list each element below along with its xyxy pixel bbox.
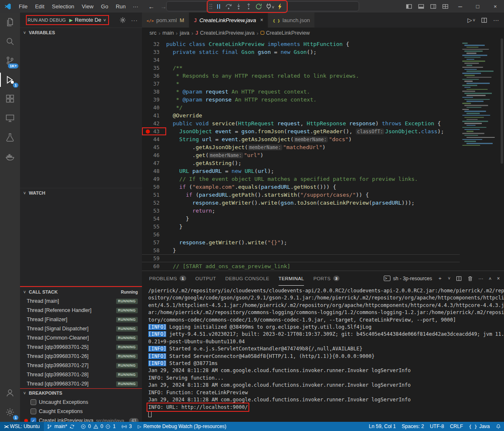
maximize-icon[interactable]: □ <box>469 0 486 13</box>
launch-config-picker[interactable]: ▶ Remote De ˅ <box>69 17 106 23</box>
breakpoint-checkbox[interactable] <box>30 399 36 405</box>
terminal-output[interactable]: /pierrick/.m2/repository/io/cloudevents/… <box>142 286 504 422</box>
panel-tab-output[interactable]: OUTPUT <box>195 271 216 286</box>
customize-layout-icon[interactable] <box>439 0 451 13</box>
call-stack-thread[interactable]: Thread [Reference Handler]RUNNING <box>20 306 142 315</box>
disconnect-chevron-icon[interactable]: ˅ <box>272 5 274 10</box>
nav-back-icon[interactable]: ← <box>148 3 154 10</box>
toggle-sidebar-icon[interactable] <box>403 0 415 13</box>
call-stack-thread[interactable]: Thread [qtp399683701-27]RUNNING <box>20 361 142 370</box>
call-stack-thread[interactable]: Thread [Finalizer]RUNNING <box>20 315 142 324</box>
kill-terminal-icon[interactable] <box>467 276 473 281</box>
call-stack-thread[interactable]: Thread [Common-Cleaner]RUNNING <box>20 333 142 342</box>
line-number-gutter[interactable]: 56 <box>142 231 166 238</box>
encoding-indicator[interactable]: UTF-8 <box>427 422 447 431</box>
line-number-gutter[interactable]: 48 <box>142 167 166 175</box>
call-stack-thread[interactable]: Thread [qtp399683701-29]RUNNING <box>20 379 142 388</box>
menu-run[interactable]: Run <box>112 0 129 13</box>
activity-source-control[interactable]: 1K+ <box>0 51 20 70</box>
line-number-gutter[interactable]: 42 <box>142 119 166 127</box>
eol-indicator[interactable]: CRLF <box>447 422 466 431</box>
panel-tab-problems[interactable]: PROBLEMS1 <box>149 271 186 286</box>
code-lines[interactable]: 32public class CreateLinkPreview impleme… <box>142 38 460 271</box>
breakpoint-checkbox[interactable]: ✓ <box>30 418 36 422</box>
activity-run-and-debug[interactable]: 1 <box>0 70 20 89</box>
menu-selection[interactable]: Selection <box>48 0 78 13</box>
ports-indicator[interactable]: 3 <box>119 422 135 431</box>
line-number-gutter[interactable]: 41 <box>142 112 166 119</box>
minimap[interactable] <box>460 38 500 271</box>
breakpoint-icon[interactable] <box>146 129 150 134</box>
cursor-position[interactable]: Ln 59, Col 1 <box>366 422 399 431</box>
line-number-gutter[interactable]: 58 <box>142 246 166 254</box>
task-indicator[interactable]: ▷ Remote Debug Watch (3p-resources) <box>135 422 229 431</box>
variables-section-header[interactable]: ˅ VARIABLES <box>20 28 142 37</box>
call-stack-thread[interactable]: Thread [qtp399683701-28]RUNNING <box>20 370 142 379</box>
split-terminal-icon[interactable] <box>456 276 462 281</box>
tab-launch-json[interactable]: { }launch.json <box>268 13 315 28</box>
line-number-gutter[interactable]: 33 <box>142 48 166 56</box>
toggle-secondary-sidebar-icon[interactable] <box>427 0 439 13</box>
terminal-selector[interactable]: >_ sh - 3p-resources <box>384 276 432 281</box>
call-stack-thread[interactable]: Thread [qtp399683701-25]RUNNING <box>20 342 142 352</box>
line-number-gutter[interactable]: 52 <box>142 199 166 207</box>
step-over-icon[interactable] <box>223 2 233 12</box>
line-number-gutter[interactable]: 55 <box>142 223 166 231</box>
breadcrumb-item[interactable]: CreateLinkPreview <box>261 30 310 36</box>
line-number-gutter[interactable]: 36 <box>142 72 166 80</box>
notifications-bell[interactable] <box>493 422 504 431</box>
hot-code-replace-icon[interactable] <box>275 2 285 12</box>
close-window-icon[interactable]: × <box>486 0 504 13</box>
panel-tab-debug-console[interactable]: DEBUG CONSOLE <box>225 271 269 286</box>
breakpoint-item[interactable]: Caught Exceptions <box>20 407 142 416</box>
step-out-icon[interactable] <box>243 2 253 12</box>
new-terminal-icon[interactable]: ＋ <box>438 275 443 282</box>
tab-createlinkpreview-java[interactable]: JCreateLinkPreview.java× <box>189 13 268 28</box>
breakpoint-item[interactable]: Uncaught Exceptions <box>20 398 142 407</box>
breadcrumb-item[interactable]: main <box>162 30 174 36</box>
call-stack-thread[interactable]: Thread [qtp399683701-26]RUNNING <box>20 352 142 361</box>
panel-tab-terminal[interactable]: TERMINAL <box>279 271 304 286</box>
breadcrumb-item[interactable]: JCreateLinkPreview.java <box>195 30 255 36</box>
terminal-dropdown-icon[interactable]: ˅ <box>448 276 451 281</box>
editor-more-actions-icon[interactable]: ··· <box>493 17 499 23</box>
line-number-gutter[interactable]: 40 <box>142 104 166 112</box>
activity-docker[interactable] <box>0 147 20 166</box>
restart-icon[interactable] <box>253 2 263 12</box>
indentation-indicator[interactable]: Spaces: 2 <box>399 422 427 431</box>
problems-indicator[interactable]: 0 0 1 <box>78 422 119 431</box>
debug-settings-gear-icon[interactable] <box>119 17 126 23</box>
close-icon[interactable]: × <box>260 17 263 23</box>
menu-edit[interactable]: Edit <box>31 0 48 13</box>
tab-pom-xml[interactable]: </>pom.xmlM <box>142 13 189 28</box>
close-panel-icon[interactable]: × <box>497 276 500 281</box>
breadcrumb-item[interactable]: java <box>180 30 189 36</box>
remote-indicator[interactable]: >< WSL: Ubuntu <box>0 422 44 431</box>
line-number-gutter[interactable]: 35 <box>142 64 166 72</box>
line-number-gutter[interactable]: 45 <box>142 143 166 151</box>
line-number-gutter[interactable]: 51 <box>142 191 166 199</box>
line-number-gutter[interactable]: 32 <box>142 40 166 48</box>
line-number-gutter[interactable]: 39 <box>142 96 166 104</box>
line-number-gutter[interactable]: 57 <box>142 238 166 246</box>
editor-scrollbar[interactable] <box>500 38 504 271</box>
breadcrumb-item[interactable]: src <box>149 30 157 36</box>
run-file-icon[interactable]: ▷˅ <box>467 17 475 23</box>
line-number-gutter[interactable]: 34 <box>142 56 166 64</box>
line-number-gutter[interactable]: 60 <box>142 262 166 270</box>
start-debugging-icon[interactable]: ▶ <box>69 18 73 23</box>
watch-section-header[interactable]: ˅ WATCH <box>20 188 142 198</box>
line-number-gutter[interactable]: 49 <box>142 175 166 183</box>
toggle-panel-icon[interactable] <box>415 0 427 13</box>
activity-extensions[interactable] <box>0 89 20 109</box>
line-number-gutter[interactable]: 38 <box>142 88 166 96</box>
split-editor-icon[interactable] <box>481 17 487 23</box>
call-stack-thread[interactable]: Thread [main]RUNNING <box>20 297 142 306</box>
activity-remote-explorer[interactable] <box>0 109 20 128</box>
breakpoint-checkbox[interactable] <box>30 408 36 414</box>
line-number-gutter[interactable]: 43 <box>142 127 166 135</box>
toolbar-grip-handle[interactable] <box>209 3 213 10</box>
panel-tab-ports[interactable]: PORTS3 <box>313 271 339 286</box>
menu-go[interactable]: Go <box>97 0 112 13</box>
activity-search[interactable] <box>0 32 20 51</box>
